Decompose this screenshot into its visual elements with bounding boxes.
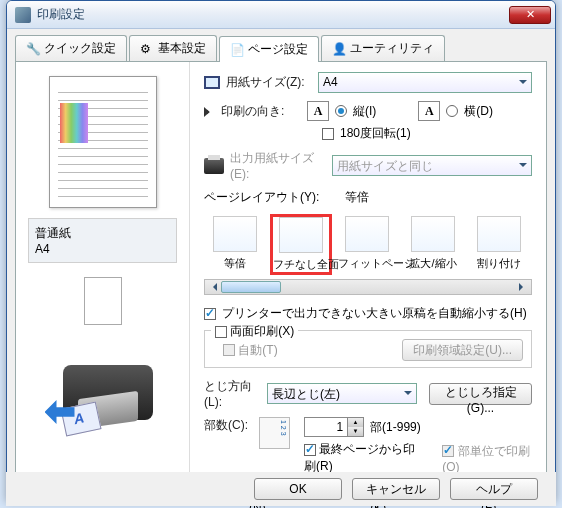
tab-label: 基本設定 [158, 40, 206, 57]
dialog-footer: OK キャンセル ヘルプ [6, 472, 556, 506]
outputsize-label: 出力用紙サイズ(E): [230, 150, 326, 181]
window-title: 印刷設定 [37, 6, 509, 23]
wrench-icon: 🔧 [26, 42, 40, 56]
media-info: 普通紙 A4 [28, 218, 177, 263]
check-auto-duplex [223, 344, 235, 356]
margin-button[interactable]: とじしろ指定(G)... [429, 383, 532, 405]
close-button[interactable]: ✕ [509, 6, 551, 24]
help-button[interactable]: ヘルプ [450, 478, 538, 500]
outputsize-value: 用紙サイズと同じ [337, 159, 433, 173]
layout-item-label: フィットページ [338, 256, 396, 271]
titlebar: 印刷設定 ✕ [7, 1, 555, 29]
papersize-label: 用紙サイズ(Z): [226, 74, 312, 91]
landscape-icon: A [418, 101, 440, 121]
rotate180-label: 180度回転(1) [340, 125, 411, 142]
copies-input[interactable] [304, 417, 348, 437]
auto-duplex-label: 自動(T) [238, 343, 277, 357]
tab-label: クイック設定 [44, 40, 116, 57]
media-size: A4 [35, 242, 170, 256]
copies-spinner[interactable]: ▲▼ [304, 417, 364, 437]
radio-portrait[interactable] [335, 105, 347, 117]
copies-range: 部(1-999) [370, 419, 421, 436]
check-collate [442, 445, 454, 457]
layout-scrollbar[interactable] [204, 279, 532, 295]
tab-strip: 🔧クイック設定 ⚙基本設定 📄ページ設定 👤ユーティリティ [7, 29, 555, 61]
ok-button[interactable]: OK [254, 478, 342, 500]
layout-item-label: 等倍 [206, 256, 264, 271]
check-lastpage[interactable] [304, 444, 316, 456]
tab-label: ページ設定 [248, 41, 308, 58]
autoshrink-label: プリンターで出力できない大きい原稿を自動縮小する(H) [222, 305, 527, 322]
portrait-label: 縦(I) [353, 103, 376, 120]
gear-icon: ⚙ [140, 42, 154, 56]
arrow-icon [204, 107, 212, 117]
check-duplex[interactable] [215, 326, 227, 338]
layout-options: 等倍 フチなし全面 フィットページ 拡大/縮小 割り付け [204, 214, 532, 275]
layout-scale[interactable]: 拡大/縮小 [402, 214, 464, 275]
tab-utility[interactable]: 👤ユーティリティ [321, 35, 445, 61]
landscape-label: 横(D) [464, 103, 493, 120]
copies-icon [259, 417, 291, 449]
tab-page[interactable]: 📄ページ設定 [219, 36, 319, 62]
binding-value: 長辺とじ(左) [272, 387, 340, 401]
page-icon: 📄 [230, 43, 244, 57]
layout-current: 等倍 [345, 189, 369, 206]
duplex-group: 両面印刷(X) 自動(T) 印刷領域設定(U)... [204, 330, 532, 368]
tab-label: ユーティリティ [350, 40, 434, 57]
radio-landscape[interactable] [446, 105, 458, 117]
binding-label: とじ方向(L): [204, 378, 261, 409]
page-preview [49, 76, 157, 208]
layout-nup[interactable]: 割り付け [468, 214, 530, 275]
check-autoshrink[interactable] [204, 308, 216, 320]
papersize-select[interactable]: A4 [318, 72, 532, 93]
lastpage-label: 最終ページから印刷(R) [304, 442, 415, 473]
copies-label: 部数(C): [204, 417, 253, 434]
orientation-label: 印刷の向き: [221, 103, 301, 120]
cancel-button[interactable]: キャンセル [352, 478, 440, 500]
layout-item-label: 拡大/縮小 [404, 256, 462, 271]
tab-basic[interactable]: ⚙基本設定 [129, 35, 217, 61]
duplex-label: 両面印刷(X) [230, 324, 294, 338]
printer-illustration [33, 345, 173, 445]
check-rotate180[interactable] [322, 128, 334, 140]
media-type: 普通紙 [35, 225, 170, 242]
app-icon [15, 7, 31, 23]
papersize-value: A4 [323, 75, 338, 89]
layout-label: ページレイアウト(Y): [204, 189, 319, 206]
layout-fit[interactable]: フィットページ [336, 214, 398, 275]
preview-pane: 普通紙 A4 [16, 62, 190, 490]
binding-select[interactable]: 長辺とじ(左) [267, 383, 417, 404]
monitor-icon [204, 76, 220, 89]
layout-borderless[interactable]: フチなし全面 [270, 214, 332, 275]
outputsize-select: 用紙サイズと同じ [332, 155, 532, 176]
print-area-button: 印刷領域設定(U)... [402, 339, 523, 361]
layout-normal[interactable]: 等倍 [204, 214, 266, 275]
layout-item-label: 割り付け [470, 256, 528, 271]
collate-label: 部単位で印刷(O) [442, 444, 529, 474]
portrait-icon: A [307, 101, 329, 121]
printer-icon [204, 158, 224, 174]
layout-item-label: フチなし全面 [273, 257, 329, 272]
tab-quick[interactable]: 🔧クイック設定 [15, 35, 127, 61]
person-icon: 👤 [332, 42, 346, 56]
output-preview [84, 277, 122, 325]
